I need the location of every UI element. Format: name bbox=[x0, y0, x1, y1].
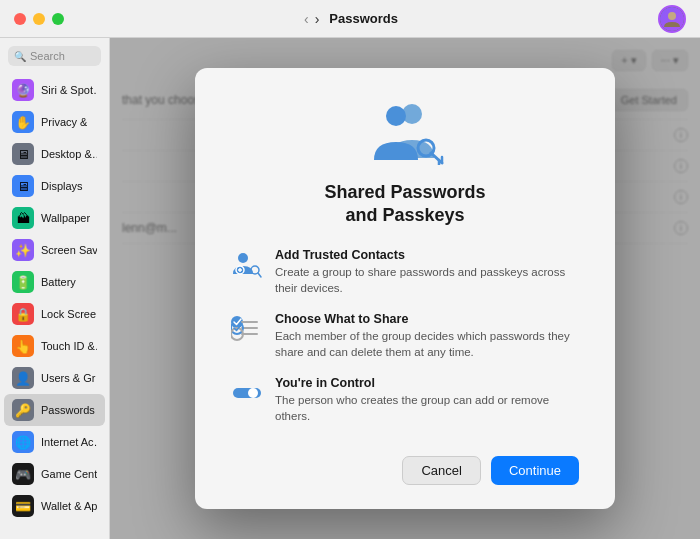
maximize-button[interactable] bbox=[52, 13, 64, 25]
sidebar-label-siri: Siri & Spot… bbox=[41, 84, 97, 96]
feature-in-control-text: You're in ControlThe person who creates … bbox=[275, 376, 579, 424]
svg-point-7 bbox=[238, 253, 248, 263]
content-area: + ▾ ··· ▾ that you choose Get Started i … bbox=[110, 38, 700, 539]
sidebar-item-battery[interactable]: 🔋Battery bbox=[4, 266, 105, 298]
modal-icon-area bbox=[231, 100, 579, 165]
wallet-icon: 💳 bbox=[12, 495, 34, 517]
touchid-icon: 👆 bbox=[12, 335, 34, 357]
sidebar-label-gamecent: Game Cent… bbox=[41, 468, 97, 480]
sidebar-item-lockscreen[interactable]: 🔒Lock Scree… bbox=[4, 298, 105, 330]
sidebar-items-container: 🔮Siri & Spot…✋Privacy &🖥Desktop &…🖥Displ… bbox=[0, 74, 109, 522]
sidebar-item-privacy[interactable]: ✋Privacy & bbox=[4, 106, 105, 138]
search-bar[interactable]: 🔍 Search bbox=[8, 46, 101, 66]
feature-in-control-icon bbox=[231, 376, 263, 408]
traffic-lights bbox=[14, 13, 64, 25]
feature-choose-share-text: Choose What to ShareEach member of the g… bbox=[275, 312, 579, 360]
wallpaper-icon: 🏔 bbox=[12, 207, 34, 229]
sidebar-item-internetac[interactable]: 🌐Internet Ac… bbox=[4, 426, 105, 458]
cancel-button[interactable]: Cancel bbox=[402, 456, 480, 485]
svg-line-9 bbox=[258, 273, 261, 277]
sidebar-item-wallpaper[interactable]: 🏔Wallpaper bbox=[4, 202, 105, 234]
feature-trusted-contacts: Add Trusted ContactsCreate a group to sh… bbox=[231, 248, 579, 296]
sidebar-item-displays[interactable]: 🖥Displays bbox=[4, 170, 105, 202]
sidebar-label-passwords: Passwords bbox=[41, 404, 95, 416]
sidebar-label-wallet: Wallet & Ap… bbox=[41, 500, 97, 512]
internetac-icon: 🌐 bbox=[12, 431, 34, 453]
sidebar-item-desktop[interactable]: 🖥Desktop &… bbox=[4, 138, 105, 170]
search-placeholder: Search bbox=[30, 50, 65, 62]
users-icon: 👤 bbox=[12, 367, 34, 389]
forward-arrow[interactable]: › bbox=[313, 11, 322, 27]
screensave-icon: ✨ bbox=[12, 239, 34, 261]
privacy-icon: ✋ bbox=[12, 111, 34, 133]
lockscreen-icon: 🔒 bbox=[12, 303, 34, 325]
passwords-icon: 🔑 bbox=[12, 399, 34, 421]
gamecent-icon: 🎮 bbox=[12, 463, 34, 485]
title-bar: ‹ › Passwords bbox=[0, 0, 700, 38]
feature-choose-share-icon bbox=[231, 312, 263, 344]
desktop-icon: 🖥 bbox=[12, 143, 34, 165]
siri-icon: 🔮 bbox=[12, 79, 34, 101]
avatar[interactable] bbox=[658, 5, 686, 33]
modal-buttons: Cancel Continue bbox=[231, 448, 579, 485]
feature-choose-share-desc: Each member of the group decides which p… bbox=[275, 328, 579, 360]
sidebar-label-wallpaper: Wallpaper bbox=[41, 212, 90, 224]
shared-passwords-icon bbox=[360, 100, 450, 165]
feature-choose-share: Choose What to ShareEach member of the g… bbox=[231, 312, 579, 360]
svg-point-0 bbox=[668, 12, 676, 20]
search-icon: 🔍 bbox=[14, 51, 26, 62]
svg-point-20 bbox=[248, 388, 258, 398]
sidebar-item-gamecent[interactable]: 🎮Game Cent… bbox=[4, 458, 105, 490]
continue-button[interactable]: Continue bbox=[491, 456, 579, 485]
sidebar-item-siri[interactable]: 🔮Siri & Spot… bbox=[4, 74, 105, 106]
feature-trusted-contacts-title: Add Trusted Contacts bbox=[275, 248, 579, 262]
title-bar-right bbox=[658, 5, 686, 33]
sidebar-label-privacy: Privacy & bbox=[41, 116, 87, 128]
feature-in-control-desc: The person who creates the group can add… bbox=[275, 392, 579, 424]
back-arrow[interactable]: ‹ bbox=[302, 11, 311, 27]
displays-icon: 🖥 bbox=[12, 175, 34, 197]
sidebar-label-displays: Displays bbox=[41, 180, 83, 192]
feature-trusted-contacts-desc: Create a group to share passwords and pa… bbox=[275, 264, 579, 296]
feature-trusted-contacts-icon bbox=[231, 248, 263, 280]
sidebar-item-users[interactable]: 👤Users & Gr… bbox=[4, 362, 105, 394]
sidebar: 🔍 Search 🔮Siri & Spot…✋Privacy &🖥Desktop… bbox=[0, 38, 110, 539]
sidebar-item-screensave[interactable]: ✨Screen Sav… bbox=[4, 234, 105, 266]
sidebar-item-passwords[interactable]: 🔑Passwords bbox=[4, 394, 105, 426]
sidebar-label-touchid: Touch ID &… bbox=[41, 340, 97, 352]
battery-icon: 🔋 bbox=[12, 271, 34, 293]
feature-in-control-title: You're in Control bbox=[275, 376, 579, 390]
modal-dialog: Shared Passwordsand Passkeys Add Trusted… bbox=[195, 68, 615, 509]
svg-point-2 bbox=[386, 106, 406, 126]
nav-arrows: ‹ › bbox=[302, 11, 321, 27]
sidebar-item-wallet[interactable]: 💳Wallet & Ap… bbox=[4, 490, 105, 522]
window-title: Passwords bbox=[329, 11, 398, 26]
feature-in-control: You're in ControlThe person who creates … bbox=[231, 376, 579, 424]
sidebar-label-screensave: Screen Sav… bbox=[41, 244, 97, 256]
main-layout: 🔍 Search 🔮Siri & Spot…✋Privacy &🖥Desktop… bbox=[0, 38, 700, 539]
sidebar-item-touchid[interactable]: 👆Touch ID &… bbox=[4, 330, 105, 362]
avatar-image bbox=[660, 7, 684, 31]
sidebar-label-lockscreen: Lock Scree… bbox=[41, 308, 97, 320]
sidebar-label-users: Users & Gr… bbox=[41, 372, 97, 384]
modal-title: Shared Passwordsand Passkeys bbox=[231, 181, 579, 228]
feature-list: Add Trusted ContactsCreate a group to sh… bbox=[231, 248, 579, 425]
sidebar-label-internetac: Internet Ac… bbox=[41, 436, 97, 448]
close-button[interactable] bbox=[14, 13, 26, 25]
feature-trusted-contacts-text: Add Trusted ContactsCreate a group to sh… bbox=[275, 248, 579, 296]
title-bar-center: ‹ › Passwords bbox=[302, 11, 398, 27]
feature-choose-share-title: Choose What to Share bbox=[275, 312, 579, 326]
sidebar-label-desktop: Desktop &… bbox=[41, 148, 97, 160]
modal-overlay: Shared Passwordsand Passkeys Add Trusted… bbox=[110, 38, 700, 539]
sidebar-label-battery: Battery bbox=[41, 276, 76, 288]
minimize-button[interactable] bbox=[33, 13, 45, 25]
